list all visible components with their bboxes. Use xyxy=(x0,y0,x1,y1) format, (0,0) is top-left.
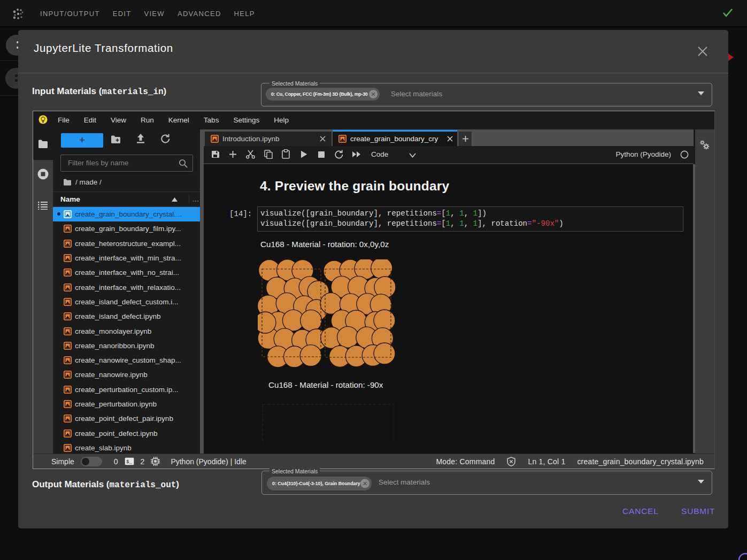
svg-text:$_: $_ xyxy=(126,459,132,465)
